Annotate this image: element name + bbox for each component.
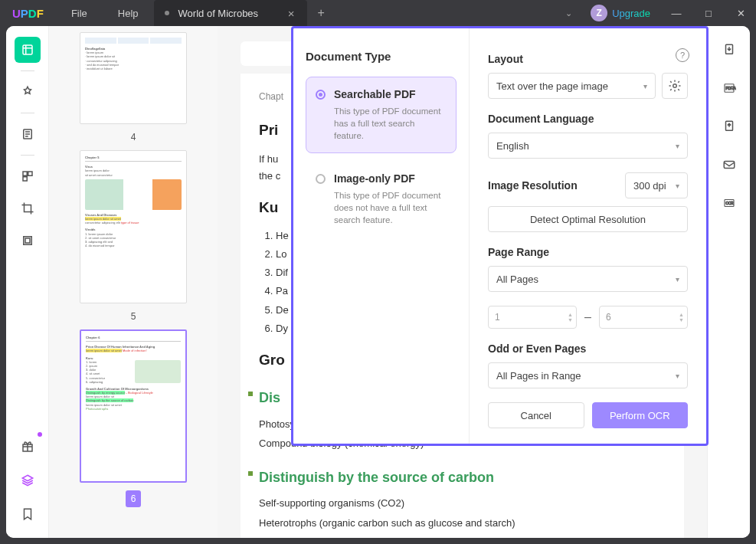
- option-description: This type of PDF document does not have …: [334, 189, 445, 226]
- ocr-dialog: Document Type Searchable PDF This type o…: [291, 26, 709, 446]
- upgrade-label: Upgrade: [612, 8, 650, 19]
- ocr-tool[interactable]: OCR: [716, 190, 742, 216]
- svg-rect-3: [28, 172, 31, 175]
- svg-rect-6: [25, 238, 30, 243]
- tab-indicator-icon: [165, 11, 169, 15]
- option-image-only-pdf[interactable]: Image-only PDF This type of PDF document…: [306, 161, 457, 238]
- edit-tool[interactable]: [15, 121, 41, 147]
- organize-tool[interactable]: [15, 163, 41, 189]
- export-tool[interactable]: [716, 37, 742, 63]
- close-button[interactable]: ✕: [725, 0, 756, 26]
- range-separator: –: [584, 310, 591, 324]
- pdfa-tool[interactable]: PDF/A: [716, 75, 742, 101]
- layout-settings-button[interactable]: [662, 73, 688, 99]
- perform-ocr-button[interactable]: Perform OCR: [592, 402, 689, 428]
- resolution-label: Image Resolution: [488, 179, 578, 192]
- language-select[interactable]: English: [488, 133, 688, 159]
- page-thumbnail[interactable]: Chapter 5 Virus lorem ipsum dolorsit ame…: [80, 150, 187, 303]
- document-tab[interactable]: World of Microbes ×: [154, 0, 307, 26]
- tab-close-button[interactable]: ×: [283, 5, 299, 21]
- thumbnail-panel: Dinoflagellata · lorem ipsum· lorem ipsu…: [49, 26, 218, 538]
- help-icon[interactable]: ?: [676, 48, 689, 62]
- odd-even-select[interactable]: All Pages in Range: [488, 362, 688, 388]
- layout-select[interactable]: Text over the page image: [488, 73, 656, 99]
- svg-text:PDF/A: PDF/A: [725, 87, 735, 90]
- odd-even-label: Odd or Even Pages: [488, 342, 688, 355]
- tab-title: World of Microbes: [178, 8, 283, 19]
- svg-rect-4: [23, 177, 27, 181]
- detect-resolution-button[interactable]: Detect Optimal Resolution: [488, 206, 688, 232]
- compress-tool[interactable]: [15, 228, 41, 254]
- bookmark-button[interactable]: [15, 501, 41, 527]
- svg-rect-2: [23, 172, 27, 175]
- gift-button[interactable]: [15, 434, 41, 460]
- radio-icon: [316, 174, 326, 184]
- resolution-select[interactable]: 300 dpi: [625, 172, 688, 198]
- page-number: 5: [131, 308, 136, 325]
- maximize-button[interactable]: □: [693, 0, 724, 26]
- menu-help[interactable]: Help: [103, 0, 154, 26]
- share-tool[interactable]: [716, 113, 742, 139]
- menu-file[interactable]: File: [56, 0, 103, 26]
- titlebar: UPDF File Help World of Microbes × + ⌄ Z…: [0, 0, 756, 26]
- doc-type-title: Document Type: [306, 50, 457, 63]
- option-title: Image-only PDF: [334, 172, 445, 185]
- minimize-button[interactable]: —: [661, 0, 692, 26]
- annotate-tool[interactable]: [15, 79, 41, 105]
- svg-point-15: [673, 84, 677, 88]
- app-logo: UPDF: [0, 7, 56, 20]
- new-tab-button[interactable]: +: [307, 6, 335, 20]
- page-number-selected: 6: [126, 490, 141, 507]
- cancel-button[interactable]: Cancel: [488, 402, 584, 428]
- option-description: This type of PDF document has a full tex…: [334, 105, 445, 142]
- tabs-dropdown-icon[interactable]: ⌄: [558, 8, 580, 18]
- option-searchable-pdf[interactable]: Searchable PDF This type of PDF document…: [306, 77, 457, 153]
- email-tool[interactable]: [716, 152, 742, 178]
- page-number: 4: [131, 129, 136, 146]
- crop-tool[interactable]: [15, 195, 41, 221]
- language-label: Document Language: [488, 113, 688, 125]
- svg-rect-12: [724, 162, 735, 169]
- page-range-select[interactable]: All Pages: [488, 266, 688, 292]
- svg-rect-0: [23, 45, 32, 54]
- page-range-label: Page Range: [488, 246, 688, 258]
- option-title: Searchable PDF: [334, 88, 445, 100]
- layers-button[interactable]: [15, 467, 41, 493]
- layout-label: Layout: [488, 53, 688, 65]
- radio-icon: [316, 90, 326, 100]
- thumbnails-tool[interactable]: [15, 37, 41, 63]
- page-thumbnail-selected[interactable]: Chapter 6 Prion Disease Of Human Inherit…: [80, 329, 187, 483]
- range-to-input[interactable]: 6▲▼: [599, 306, 688, 329]
- sidebar-left: [6, 26, 49, 538]
- sidebar-right: PDF/A OCR: [707, 26, 750, 538]
- upgrade-button[interactable]: Z Upgrade: [581, 5, 659, 21]
- svg-text:OCR: OCR: [725, 202, 734, 205]
- range-from-input[interactable]: 1▲▼: [488, 306, 577, 329]
- page-thumbnail[interactable]: Dinoflagellata · lorem ipsum· lorem ipsu…: [80, 32, 187, 124]
- doc-subheading: Distinguish by the source of carbon: [259, 466, 666, 490]
- user-avatar: Z: [591, 5, 607, 21]
